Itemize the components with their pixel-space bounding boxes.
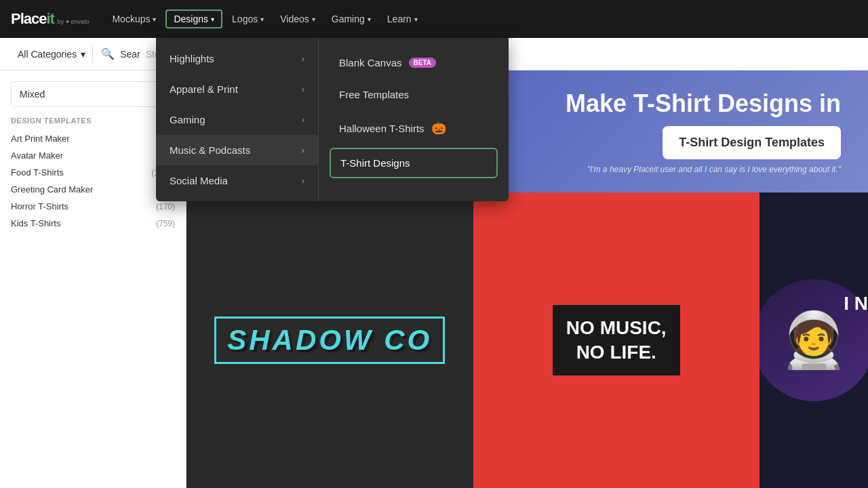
item-avatar: Avatar Maker [11, 150, 63, 161]
hero-cta-button[interactable]: T-Shirt Design Templates [663, 126, 841, 159]
nav-mockups[interactable]: Mockups ▾ [105, 9, 163, 28]
list-item[interactable]: Art Print Maker (30) [11, 130, 175, 147]
chevron-right-icon: › [302, 176, 304, 186]
dropdown-halloween[interactable]: Halloween T-Shirts 🎃 [330, 113, 498, 144]
chevron-down-icon: ▾ [368, 16, 371, 23]
chevron-right-icon: › [302, 54, 304, 64]
dropdown-item-music[interactable]: Music & Podcasts › [156, 135, 318, 165]
list-item[interactable]: Avatar Maker (21) [11, 147, 175, 164]
template-card-shadow-co[interactable]: SHADOW CO [186, 192, 473, 488]
card-3-overlay-text: I N [844, 293, 868, 314]
nav-logos[interactable]: Logos ▾ [225, 9, 271, 28]
list-item[interactable]: Food T-Shirts (1021) [11, 164, 175, 181]
navbar: Placeit by ✦envato Mockups ▾ Designs ▾ L… [0, 0, 868, 38]
template-card-no-music[interactable]: NO MUSIC, NO LIFE. [473, 192, 760, 488]
chevron-right-icon: › [302, 146, 304, 155]
chevron-down-icon: ▾ [414, 16, 418, 23]
hero-quote: "I'm a heavy Placeit user and all I can … [587, 165, 841, 174]
dropdown-free-templates[interactable]: Free Templates [330, 81, 498, 108]
no-music-text: NO MUSIC, NO LIFE. [553, 305, 680, 376]
chevron-down-icon: ▾ [312, 16, 315, 23]
item-food: Food T-Shirts [11, 167, 64, 178]
dropdown-item-social[interactable]: Social Media › [156, 165, 318, 196]
item-horror-count: (170) [156, 202, 175, 211]
card-inner: 🧑‍🚀 I N [760, 192, 868, 488]
card-inner: SHADOW CO [186, 192, 473, 488]
sidebar-section-label: Design Templates [11, 117, 175, 125]
nav-items: Mockups ▾ Designs ▾ Logos ▾ Videos ▾ Gam… [105, 9, 424, 28]
nav-designs[interactable]: Designs ▾ [165, 9, 222, 28]
chevron-right-icon: › [302, 85, 304, 94]
logo-by: by ✦envato [57, 18, 89, 25]
shadow-co-text: SHADOW CO [214, 317, 445, 364]
designs-dropdown: Highlights › Apparel & Print › Gaming › … [156, 38, 509, 201]
chevron-down-icon: ▾ [153, 16, 156, 23]
dropdown-item-apparel[interactable]: Apparel & Print › [156, 74, 318, 104]
hero-right: Make T-Shirt Designs in T-Shirt Design T… [566, 89, 841, 174]
dropdown-tshirt-designs[interactable]: T-Shirt Designs [330, 148, 498, 178]
category-select[interactable]: All Categories ▾ [11, 45, 93, 64]
item-horror: Horror T-Shirts [11, 201, 68, 211]
hero-title: Make T-Shirt Designs in [566, 89, 841, 118]
template-card-astronaut[interactable]: 🧑‍🚀 I N [760, 192, 868, 488]
nav-learn[interactable]: Learn ▾ [380, 9, 425, 28]
chevron-down-icon: ▾ [211, 16, 214, 23]
no-music-wrap: NO MUSIC, NO LIFE. [539, 291, 694, 390]
dropdown-right-panel: Blank Canvas BETA Free Templates Hallowe… [319, 38, 509, 201]
list-item[interactable]: Greeting Card Maker (22) [11, 181, 175, 198]
sidebar-sort-label: Mixed [20, 89, 45, 100]
dropdown-item-gaming[interactable]: Gaming › [156, 104, 318, 135]
item-greeting: Greeting Card Maker [11, 184, 93, 195]
search-icon: 🔍 [101, 47, 115, 60]
chevron-right-icon: › [302, 115, 304, 125]
list-item[interactable]: Horror T-Shirts (170) [11, 198, 175, 215]
logo-text: Placeit [11, 10, 54, 27]
beta-badge: BETA [409, 58, 436, 68]
dropdown-item-highlights[interactable]: Highlights › [156, 43, 318, 74]
chevron-down-icon: ▾ [81, 49, 85, 60]
halloween-icon: 🎃 [431, 121, 446, 136]
nav-gaming[interactable]: Gaming ▾ [325, 9, 378, 28]
dropdown-blank-canvas[interactable]: Blank Canvas BETA [330, 49, 498, 77]
sidebar-sort-select[interactable]: Mixed ▾ [11, 81, 175, 107]
item-kids: Kids T-Shirts [11, 218, 60, 228]
nav-videos[interactable]: Videos ▾ [273, 9, 322, 28]
template-cards-row: SHADOW CO NO MUSIC, NO LIFE. [186, 192, 868, 488]
category-label: All Categories [18, 49, 77, 60]
card-inner: NO MUSIC, NO LIFE. [473, 192, 760, 488]
list-item[interactable]: Kids T-Shirts (759) [11, 215, 175, 232]
dropdown-left-panel: Highlights › Apparel & Print › Gaming › … [156, 38, 319, 201]
item-kids-count: (759) [156, 219, 175, 228]
card-3-content: 🧑‍🚀 I N [760, 279, 868, 401]
item-art-print: Art Print Maker [11, 134, 70, 144]
logo[interactable]: Placeit by ✦envato [11, 10, 89, 28]
chevron-down-icon: ▾ [260, 16, 264, 23]
search-input[interactable]: Sear [120, 49, 140, 60]
